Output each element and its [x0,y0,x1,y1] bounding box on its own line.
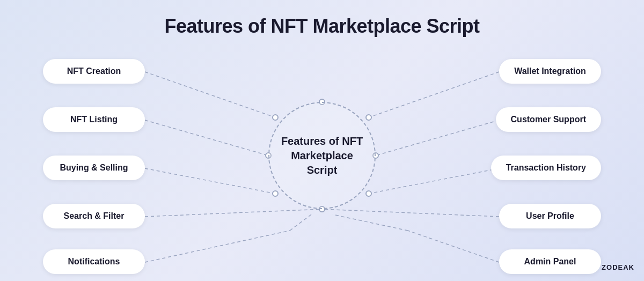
svg-line-18 [333,215,408,231]
svg-line-17 [408,231,499,262]
zodeak-logo-text: ZODEAK [602,263,634,271]
page-title: Features of NFT Marketplace Script [164,15,479,38]
svg-point-1 [273,115,278,120]
svg-line-2 [145,120,268,156]
center-label: Features of NFT Marketplace Script [281,134,363,178]
pill-admin-panel: Admin Panel [499,249,601,274]
svg-line-0 [145,72,275,117]
pill-wallet-integration: Wallet Integration [499,59,601,84]
svg-line-12 [376,120,499,156]
svg-point-11 [366,115,371,120]
svg-line-8 [145,231,290,262]
svg-line-14 [369,168,499,194]
svg-line-9 [290,215,311,231]
pill-nft-creation: NFT Creation [43,59,145,84]
pill-user-profile: User Profile [499,204,601,228]
pill-customer-support: Customer Support [496,107,601,132]
center-circle: Features of NFT Marketplace Script [268,102,376,209]
pill-notifications: Notifications [43,249,145,274]
svg-point-5 [273,191,278,196]
pill-transaction-history: Transaction History [491,156,601,180]
svg-line-16 [322,209,499,217]
pill-nft-listing: NFT Listing [43,107,145,132]
pill-buying-selling: Buying & Selling [43,156,145,180]
svg-line-6 [145,209,322,217]
svg-line-4 [145,168,275,194]
diagram-area: .conn-line { stroke: #9aa5c0; stroke-wid… [27,48,617,263]
svg-point-15 [366,191,371,196]
svg-line-10 [369,72,499,117]
pill-search-filter: Search & Filter [43,204,145,228]
